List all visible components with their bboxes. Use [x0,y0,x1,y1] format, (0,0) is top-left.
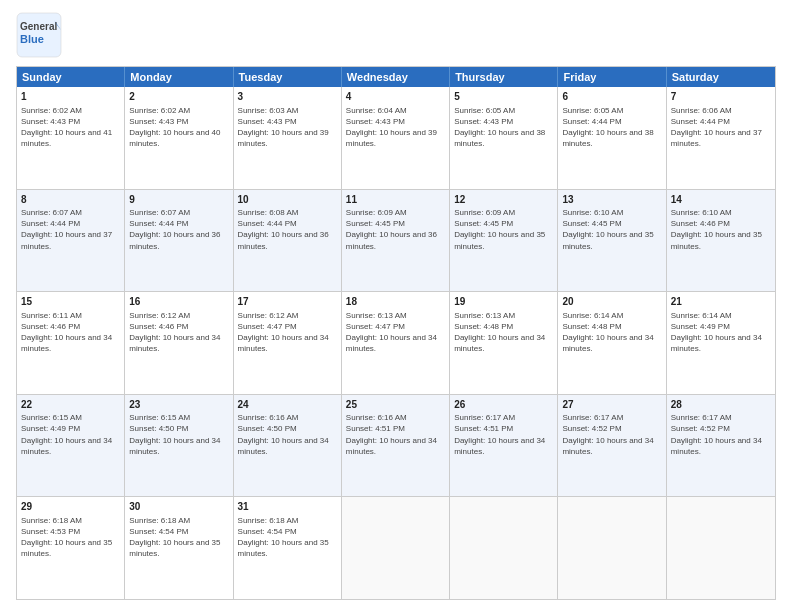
sunset-label: Sunset: 4:45 PM [346,219,405,228]
calendar-cell: 10 Sunrise: 6:08 AM Sunset: 4:44 PM Dayl… [234,190,342,292]
cell-info: Sunrise: 6:02 AM Sunset: 4:43 PM Dayligh… [21,105,120,150]
day-number: 7 [671,90,771,104]
header-day-friday: Friday [558,67,666,87]
day-number: 8 [21,193,120,207]
sunset-label: Sunset: 4:46 PM [21,322,80,331]
sunrise-label: Sunrise: 6:09 AM [454,208,515,217]
sunrise-label: Sunrise: 6:18 AM [238,516,299,525]
daylight-label: Daylight: 10 hours and 37 minutes. [671,128,762,148]
sunrise-label: Sunrise: 6:13 AM [454,311,515,320]
calendar-cell [558,497,666,599]
daylight-label: Daylight: 10 hours and 36 minutes. [346,230,437,250]
day-number: 31 [238,500,337,514]
day-number: 25 [346,398,445,412]
cell-info: Sunrise: 6:11 AM Sunset: 4:46 PM Dayligh… [21,310,120,355]
cell-info: Sunrise: 6:17 AM Sunset: 4:51 PM Dayligh… [454,412,553,457]
cell-info: Sunrise: 6:04 AM Sunset: 4:43 PM Dayligh… [346,105,445,150]
daylight-label: Daylight: 10 hours and 35 minutes. [454,230,545,250]
sunrise-label: Sunrise: 6:16 AM [238,413,299,422]
sunset-label: Sunset: 4:45 PM [454,219,513,228]
calendar-cell: 11 Sunrise: 6:09 AM Sunset: 4:45 PM Dayl… [342,190,450,292]
daylight-label: Daylight: 10 hours and 37 minutes. [21,230,112,250]
sunrise-label: Sunrise: 6:17 AM [454,413,515,422]
sunset-label: Sunset: 4:49 PM [21,424,80,433]
calendar-cell: 12 Sunrise: 6:09 AM Sunset: 4:45 PM Dayl… [450,190,558,292]
sunset-label: Sunset: 4:48 PM [562,322,621,331]
sunset-label: Sunset: 4:44 PM [671,117,730,126]
sunrise-label: Sunrise: 6:10 AM [562,208,623,217]
calendar-cell: 20 Sunrise: 6:14 AM Sunset: 4:48 PM Dayl… [558,292,666,394]
sunrise-label: Sunrise: 6:05 AM [454,106,515,115]
cell-info: Sunrise: 6:16 AM Sunset: 4:51 PM Dayligh… [346,412,445,457]
sunset-label: Sunset: 4:47 PM [238,322,297,331]
calendar-cell: 28 Sunrise: 6:17 AM Sunset: 4:52 PM Dayl… [667,395,775,497]
sunset-label: Sunset: 4:44 PM [129,219,188,228]
sunrise-label: Sunrise: 6:07 AM [21,208,82,217]
day-number: 24 [238,398,337,412]
calendar-week-4: 22 Sunrise: 6:15 AM Sunset: 4:49 PM Dayl… [17,394,775,497]
calendar-cell: 8 Sunrise: 6:07 AM Sunset: 4:44 PM Dayli… [17,190,125,292]
calendar-cell: 14 Sunrise: 6:10 AM Sunset: 4:46 PM Dayl… [667,190,775,292]
sunset-label: Sunset: 4:46 PM [129,322,188,331]
sunrise-label: Sunrise: 6:18 AM [129,516,190,525]
day-number: 9 [129,193,228,207]
sunrise-label: Sunrise: 6:12 AM [129,311,190,320]
day-number: 14 [671,193,771,207]
sunset-label: Sunset: 4:47 PM [346,322,405,331]
calendar-cell: 26 Sunrise: 6:17 AM Sunset: 4:51 PM Dayl… [450,395,558,497]
calendar-cell: 22 Sunrise: 6:15 AM Sunset: 4:49 PM Dayl… [17,395,125,497]
daylight-label: Daylight: 10 hours and 34 minutes. [562,436,653,456]
calendar-cell: 6 Sunrise: 6:05 AM Sunset: 4:44 PM Dayli… [558,87,666,189]
sunrise-label: Sunrise: 6:08 AM [238,208,299,217]
daylight-label: Daylight: 10 hours and 41 minutes. [21,128,112,148]
daylight-label: Daylight: 10 hours and 39 minutes. [238,128,329,148]
calendar-cell: 17 Sunrise: 6:12 AM Sunset: 4:47 PM Dayl… [234,292,342,394]
calendar-cell: 24 Sunrise: 6:16 AM Sunset: 4:50 PM Dayl… [234,395,342,497]
sunset-label: Sunset: 4:50 PM [129,424,188,433]
daylight-label: Daylight: 10 hours and 38 minutes. [562,128,653,148]
cell-info: Sunrise: 6:10 AM Sunset: 4:46 PM Dayligh… [671,207,771,252]
calendar: SundayMondayTuesdayWednesdayThursdayFrid… [16,66,776,600]
daylight-label: Daylight: 10 hours and 35 minutes. [562,230,653,250]
day-number: 19 [454,295,553,309]
cell-info: Sunrise: 6:15 AM Sunset: 4:49 PM Dayligh… [21,412,120,457]
day-number: 5 [454,90,553,104]
sunset-label: Sunset: 4:45 PM [562,219,621,228]
cell-info: Sunrise: 6:03 AM Sunset: 4:43 PM Dayligh… [238,105,337,150]
day-number: 4 [346,90,445,104]
cell-info: Sunrise: 6:18 AM Sunset: 4:54 PM Dayligh… [238,515,337,560]
logo: General Blue [16,12,62,58]
calendar-cell: 15 Sunrise: 6:11 AM Sunset: 4:46 PM Dayl… [17,292,125,394]
daylight-label: Daylight: 10 hours and 35 minutes. [21,538,112,558]
cell-info: Sunrise: 6:07 AM Sunset: 4:44 PM Dayligh… [21,207,120,252]
sunset-label: Sunset: 4:44 PM [21,219,80,228]
cell-info: Sunrise: 6:16 AM Sunset: 4:50 PM Dayligh… [238,412,337,457]
sunrise-label: Sunrise: 6:11 AM [21,311,82,320]
calendar-cell: 2 Sunrise: 6:02 AM Sunset: 4:43 PM Dayli… [125,87,233,189]
sunset-label: Sunset: 4:53 PM [21,527,80,536]
daylight-label: Daylight: 10 hours and 34 minutes. [562,333,653,353]
sunrise-label: Sunrise: 6:18 AM [21,516,82,525]
sunset-label: Sunset: 4:52 PM [671,424,730,433]
calendar-cell: 5 Sunrise: 6:05 AM Sunset: 4:43 PM Dayli… [450,87,558,189]
sunrise-label: Sunrise: 6:07 AM [129,208,190,217]
day-number: 21 [671,295,771,309]
calendar-cell: 30 Sunrise: 6:18 AM Sunset: 4:54 PM Dayl… [125,497,233,599]
day-number: 12 [454,193,553,207]
sunset-label: Sunset: 4:52 PM [562,424,621,433]
sunrise-label: Sunrise: 6:02 AM [21,106,82,115]
day-number: 16 [129,295,228,309]
daylight-label: Daylight: 10 hours and 34 minutes. [346,333,437,353]
logo-svg: General Blue [16,12,62,58]
sunset-label: Sunset: 4:48 PM [454,322,513,331]
daylight-label: Daylight: 10 hours and 34 minutes. [21,436,112,456]
header-day-saturday: Saturday [667,67,775,87]
cell-info: Sunrise: 6:06 AM Sunset: 4:44 PM Dayligh… [671,105,771,150]
calendar-week-3: 15 Sunrise: 6:11 AM Sunset: 4:46 PM Dayl… [17,291,775,394]
cell-info: Sunrise: 6:02 AM Sunset: 4:43 PM Dayligh… [129,105,228,150]
page: General Blue SundayMondayTuesdayWednesda… [0,0,792,612]
cell-info: Sunrise: 6:13 AM Sunset: 4:47 PM Dayligh… [346,310,445,355]
calendar-cell: 13 Sunrise: 6:10 AM Sunset: 4:45 PM Dayl… [558,190,666,292]
cell-info: Sunrise: 6:09 AM Sunset: 4:45 PM Dayligh… [454,207,553,252]
day-number: 27 [562,398,661,412]
